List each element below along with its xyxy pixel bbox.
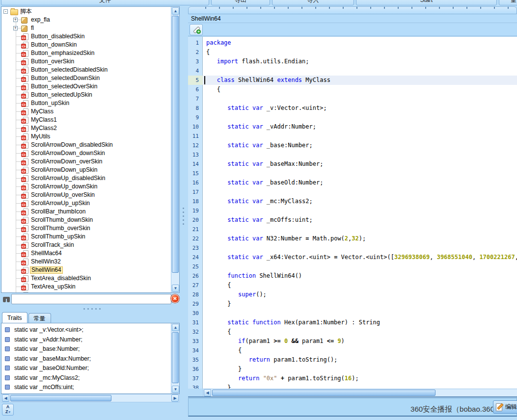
code-line-1[interactable]: 1package	[188, 38, 517, 48]
trait-item[interactable]: static var _mc:MyClass2;	[1, 373, 168, 383]
code-line-27[interactable]: 27 {	[188, 281, 517, 290]
scroll-left-button[interactable]: ◀	[204, 389, 211, 396]
menu-button-4[interactable]: Start	[356, 0, 497, 5]
code-line-5[interactable]: 5 class ShellWin64 extends MyClass	[188, 76, 517, 85]
code-line-35[interactable]: 35 return param1.toString();	[188, 355, 517, 365]
tree-item-focusRectSkin[interactable]: <>focusRectSkin	[1, 291, 171, 292]
tab-constants[interactable]: 常量	[28, 313, 51, 323]
code-line-29[interactable]: 29 }	[188, 299, 517, 309]
code-line-16[interactable]: 16 static var _baseOld:Number;	[188, 178, 517, 187]
menu-button-2[interactable]: 导出	[211, 0, 270, 5]
tree-item-脚本[interactable]: -脚本	[1, 7, 171, 16]
tree-item-Button_overSkin[interactable]: <>Button_overSkin	[1, 57, 171, 66]
tree-item-ShellMac64[interactable]: <>ShellMac64	[1, 249, 171, 258]
menu-button-3[interactable]: 导入	[272, 0, 354, 5]
code-line-3[interactable]: 3 import flash.utils.Endian;	[188, 57, 517, 66]
tree-toggle-icon[interactable]: +	[13, 18, 18, 22]
code-line-20[interactable]: 20 static var _mcOffs:uint;	[188, 215, 517, 225]
sort-az-button[interactable]: A Z	[2, 404, 14, 416]
tree-item-ScrollArrowUp_downSkin[interactable]: <>ScrollArrowUp_downSkin	[1, 183, 171, 191]
trait-item[interactable]: static var _baseOld:Number;	[1, 363, 168, 373]
tree-toggle-icon[interactable]: +	[13, 26, 18, 30]
tree-item-ScrollThumb_upSkin[interactable]: <>ScrollThumb_upSkin	[1, 233, 171, 241]
code-line-12[interactable]: 12 static var _base:Number;	[188, 141, 517, 150]
tree-item-ScrollThumb_downSkin[interactable]: <>ScrollThumb_downSkin	[1, 216, 171, 224]
code-line-10[interactable]: 10 static var _vAddr:Number;	[188, 122, 517, 131]
code-line-4[interactable]: 4	[188, 66, 517, 76]
tree-item-ScrollThumb_overSkin[interactable]: <>ScrollThumb_overSkin	[1, 224, 171, 233]
code-line-38[interactable]: 38 }	[188, 383, 517, 389]
horizontal-splitter-handle[interactable]	[83, 308, 85, 310]
trait-item[interactable]: static var _mcOffs:uint;	[1, 382, 168, 392]
code-line-7[interactable]: 7	[188, 94, 517, 104]
menu-button-5[interactable]: 量	[499, 0, 517, 5]
scroll-left-button[interactable]: ◀	[2, 394, 9, 402]
clear-search-button[interactable]: ✕	[171, 294, 179, 303]
search-input[interactable]	[11, 294, 171, 304]
editor-hscrollbar-thumb[interactable]	[212, 390, 435, 396]
tree-item-Button_upSkin[interactable]: <>Button_upSkin	[1, 99, 171, 107]
tree-item-Button_emphasizedSkin[interactable]: <>Button_emphasizedSkin	[1, 49, 171, 57]
code-line-2[interactable]: 2{	[188, 48, 517, 57]
tree-item-MyClass1[interactable]: <>MyClass1	[1, 116, 171, 124]
code-line-13[interactable]: 13	[188, 150, 517, 159]
trait-item[interactable]: static var _vAddr:Number;	[1, 335, 168, 344]
edit-button[interactable]: 编辑	[493, 400, 517, 414]
code-line-36[interactable]: 36 }	[188, 365, 517, 374]
code-line-23[interactable]: 23	[188, 243, 517, 253]
tree-item-ScrollArrowDown_overSkin[interactable]: <>ScrollArrowDown_overSkin	[1, 158, 171, 166]
trait-item[interactable]: static var _v:Vector.<uint>;	[1, 325, 168, 335]
code-editor[interactable]: 1package2{3 import flash.utils.Endian;45…	[188, 37, 517, 389]
editor-horizontal-scrollbar[interactable]: ◀	[203, 389, 517, 397]
vertical-splitter-handle[interactable]	[183, 208, 184, 209]
tree-item-ScrollArrowDown_upSkin[interactable]: <>ScrollArrowDown_upSkin	[1, 166, 171, 174]
tree-item-ShellWin64[interactable]: <>ShellWin64	[1, 266, 171, 274]
code-line-17[interactable]: 17	[188, 187, 517, 197]
scroll-down-button[interactable]: ▼	[172, 285, 179, 292]
scroll-up-button[interactable]: ▲	[172, 324, 179, 331]
tree-item-Button_downSkin[interactable]: <>Button_downSkin	[1, 41, 171, 49]
code-line-21[interactable]: 21	[188, 225, 517, 234]
code-line-18[interactable]: 18 static var _mc:MyClass2;	[188, 197, 517, 206]
code-line-33[interactable]: 33 if(param1 >= 0 && param1 <= 9)	[188, 337, 517, 346]
tree-item-Button_selectedUpSkin[interactable]: <>Button_selectedUpSkin	[1, 91, 171, 99]
tree-item-ShellWin32[interactable]: <>ShellWin32	[1, 258, 171, 266]
tree-item-ScrollArrowUp_disabledSkin[interactable]: <>ScrollArrowUp_disabledSkin	[1, 174, 171, 183]
code-line-11[interactable]: 11	[188, 131, 517, 141]
code-line-32[interactable]: 32 {	[188, 327, 517, 337]
tree-item-Button_selectedDisabledSkin[interactable]: <>Button_selectedDisabledSkin	[1, 66, 171, 74]
code-line-6[interactable]: 6 {	[188, 85, 517, 94]
scroll-up-button[interactable]: ▲	[172, 7, 179, 15]
code-line-19[interactable]: 19	[188, 206, 517, 215]
trait-item[interactable]: static var _base:Number;	[1, 344, 168, 354]
tree-item-TextArea_disabledSkin[interactable]: <>TextArea_disabledSkin	[1, 274, 171, 283]
code-line-25[interactable]: 25	[188, 262, 517, 271]
code-line-34[interactable]: 34 {	[188, 346, 517, 355]
menu-button-1[interactable]: 文件	[1, 0, 209, 5]
code-line-24[interactable]: 24 static var _x64:Vector.<uint> = Vecto…	[188, 253, 517, 262]
tree-item-Button_selectedOverSkin[interactable]: <>Button_selectedOverSkin	[1, 82, 171, 91]
code-line-26[interactable]: 26 function ShellWin64()	[188, 271, 517, 281]
traits-vertical-scrollbar[interactable]: ▲ ▼	[171, 323, 179, 394]
tree-item-fl[interactable]: +fl	[1, 24, 171, 32]
code-line-9[interactable]: 9	[188, 113, 517, 122]
code-line-37[interactable]: 37 return "0x" + param1.toString(16);	[188, 374, 517, 383]
tab-traits[interactable]: Traits	[2, 312, 27, 323]
tree-vertical-scrollbar[interactable]: ▲ ▼	[171, 7, 179, 292]
scroll-down-button[interactable]: ▼	[172, 386, 179, 393]
tree-scrollbar-thumb[interactable]	[172, 16, 179, 273]
tree-item-MyUtils[interactable]: <>MyUtils	[1, 132, 171, 141]
tree-item-ScrollTrack_skin[interactable]: <>ScrollTrack_skin	[1, 241, 171, 249]
tree-item-ScrollArrowDown_disabledSkin[interactable]: <>ScrollArrowDown_disabledSkin	[1, 141, 171, 149]
tree-item-ScrollArrowUp_upSkin[interactable]: <>ScrollArrowUp_upSkin	[1, 199, 171, 208]
tree-item-TextArea_upSkin[interactable]: <>TextArea_upSkin	[1, 283, 171, 291]
tree-item-Button_selectedDownSkin[interactable]: <>Button_selectedDownSkin	[1, 74, 171, 82]
tree-item-ScrollArrowUp_overSkin[interactable]: <>ScrollArrowUp_overSkin	[1, 191, 171, 199]
pin-add-button[interactable]: +	[190, 24, 203, 35]
traits-scrollbar-thumb[interactable]	[172, 332, 179, 383]
trait-item[interactable]: static var _baseMax:Number;	[1, 354, 168, 364]
code-line-14[interactable]: 14 static var _baseMax:Number;	[188, 159, 517, 169]
code-line-30[interactable]: 30	[188, 309, 517, 318]
tree-item-MyClass2[interactable]: <>MyClass2	[1, 124, 171, 132]
code-line-15[interactable]: 15	[188, 169, 517, 178]
